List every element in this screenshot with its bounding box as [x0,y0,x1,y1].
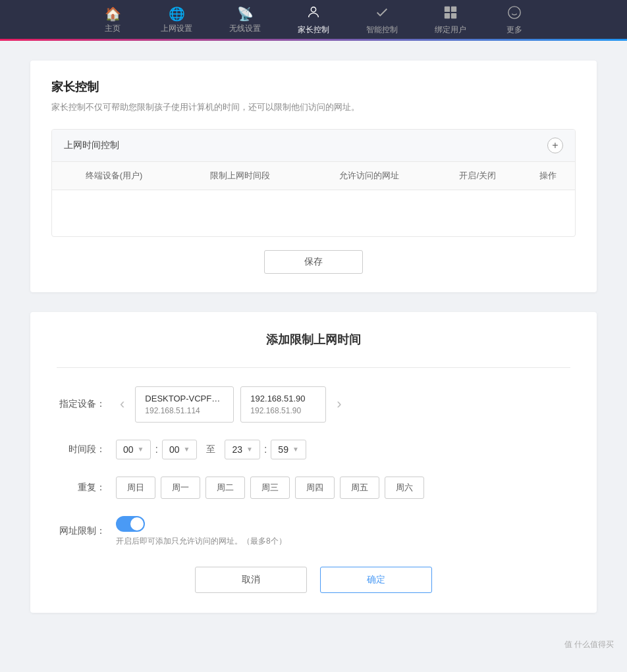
nav-wireless[interactable]: 📡 无线设置 [211,0,279,41]
svg-point-0 [311,7,315,12]
action-buttons: 取消 确定 [57,567,570,593]
watermark: 值 什么值得买 [0,633,627,657]
add-rule-button[interactable]: + [547,138,563,153]
nav-wireless-label: 无线设置 [229,23,261,34]
smart-icon [375,5,389,22]
prev-device-button[interactable]: ‹ [116,396,128,413]
url-limit-wrap: 开启后即可添加只允许访问的网址。（最多8个） [116,516,286,547]
svg-rect-2 [451,7,456,12]
col-device: 终端设备(用户) [52,162,176,190]
start-min-arrow: ▼ [184,446,190,453]
parental-control-card: 家长控制 家长控制不仅可帮助您限制孩子使用计算机的时间，还可以限制他们访问的网址… [30,61,597,292]
device-name-0: DESKTOP-VCPFS... [145,394,224,403]
start-hour-dropdown[interactable]: 00 ▼ [116,440,151,459]
time-to-label: 至 [206,444,215,455]
nav-home[interactable]: 🏠 主页 [83,0,142,41]
home-icon: 🏠 [105,7,121,20]
svg-rect-1 [445,7,450,12]
col-toggle: 开启/关闭 [434,162,522,190]
end-hour-dropdown[interactable]: 23 ▼ [225,440,259,459]
cancel-button[interactable]: 取消 [195,567,307,593]
watermark-text: 值 什么值得买 [564,640,614,649]
nav-parental[interactable]: 家长控制 [279,0,348,41]
end-min-dropdown[interactable]: 59 ▼ [271,440,306,459]
svg-rect-4 [451,13,456,18]
parental-title: 家长控制 [51,79,576,95]
device-ip-1: 192.168.51.90 [250,406,316,415]
day-tuesday[interactable]: 周二 [205,477,245,499]
url-limit-label: 网址限制： [57,525,116,537]
save-area: 保存 [51,250,576,274]
day-wednesday[interactable]: 周三 [250,477,290,499]
start-hour-value: 00 [123,444,134,455]
nav-multiuser[interactable]: 绑定用户 [416,0,485,41]
table-header-bar: 上网时间控制 + [52,130,575,162]
device-card-0[interactable]: DESKTOP-VCPFS... 192.168.51.114 [135,386,234,423]
start-hour-arrow: ▼ [138,446,144,453]
start-min-dropdown[interactable]: 00 ▼ [162,440,197,459]
repeat-label: 重复： [57,482,116,494]
nav-home-label: 主页 [105,23,121,34]
nav-smart-label: 智能控制 [366,24,398,36]
table-row [52,190,575,236]
parental-icon [306,5,321,22]
save-button[interactable]: 保存 [264,250,363,274]
svg-rect-3 [445,13,450,18]
time-label: 时间段： [57,444,116,455]
time-control-table: 终端设备(用户) 限制上网时间段 允许访问的网址 开启/关闭 操作 [52,162,575,236]
day-control: 周日 周一 周二 周三 周四 周五 周六 [116,477,570,499]
add-form-title: 添加限制上网时间 [57,332,570,348]
nav-smart[interactable]: 智能控制 [348,0,416,41]
day-buttons: 周日 周一 周二 周三 周四 周五 周六 [116,477,424,499]
wireless-icon: 📡 [237,7,254,20]
url-limit-desc: 开启后即可添加只允许访问的网址。（最多8个） [116,536,286,547]
day-monday[interactable]: 周一 [161,477,200,499]
nav-internet[interactable]: 🌐 上网设置 [142,0,211,41]
nav-more-label: 更多 [506,24,522,36]
end-min-value: 59 [278,444,288,455]
parental-desc: 家长控制不仅可帮助您限制孩子使用计算机的时间，还可以限制他们访问的网址。 [51,101,576,113]
time-control-table-wrapper: 上网时间控制 + 终端设备(用户) 限制上网时间段 允许访问的网址 开启/关闭 … [51,129,576,237]
time-control: 00 ▼ : 00 ▼ 至 23 ▼ : 59 [116,440,570,459]
internet-icon: 🌐 [169,7,185,20]
device-ip-0: 192.168.51.114 [145,406,224,415]
confirm-button[interactable]: 确定 [320,567,432,593]
url-limit-control: 开启后即可添加只允许访问的网址。（最多8个） [116,516,570,547]
nav-parental-label: 家长控制 [298,24,329,36]
device-selector: ‹ DESKTOP-VCPFS... 192.168.51.114 192.16… [116,386,570,423]
day-saturday[interactable]: 周六 [385,477,424,499]
col-action: 操作 [522,162,575,190]
time-colon-1: : [155,444,157,455]
add-form-section: 添加限制上网时间 指定设备： ‹ DESKTOP-VCPFS... 192.16… [30,312,597,613]
device-card-1[interactable]: 192.168.51.90 192.168.51.90 [240,386,326,423]
device-row: 指定设备： ‹ DESKTOP-VCPFS... 192.168.51.114 … [57,386,570,423]
main-content: 家长控制 家长控制不仅可帮助您限制孩子使用计算机的时间，还可以限制他们访问的网址… [17,41,610,633]
nav-multiuser-label: 绑定用户 [435,24,466,36]
time-row: 时间段： 00 ▼ : 00 ▼ 至 23 ▼ [57,440,570,459]
day-friday[interactable]: 周五 [340,477,379,499]
end-hour-value: 23 [232,444,242,455]
time-selector: 00 ▼ : 00 ▼ 至 23 ▼ : 59 [116,440,306,459]
multiuser-icon [443,5,458,22]
device-cards: DESKTOP-VCPFS... 192.168.51.114 192.168.… [135,386,326,423]
form-divider [57,367,570,368]
device-control: ‹ DESKTOP-VCPFS... 192.168.51.114 192.16… [116,386,570,423]
url-limit-row: 网址限制： 开启后即可添加只允许访问的网址。（最多8个） [57,516,570,547]
day-thursday[interactable]: 周四 [295,477,335,499]
repeat-row: 重复： 周日 周一 周二 周三 周四 周五 周六 [57,477,570,499]
svg-point-5 [508,7,520,18]
col-url: 允许访问的网址 [305,162,434,190]
device-label: 指定设备： [57,398,116,410]
day-sunday[interactable]: 周日 [116,477,155,499]
time-colon-2: : [264,444,267,455]
col-time: 限制上网时间段 [176,162,305,190]
nav-more[interactable]: 更多 [485,0,544,41]
start-min-value: 00 [169,444,180,455]
device-name-1: 192.168.51.90 [250,394,316,403]
more-icon [507,5,522,22]
table-title: 上网时间控制 [64,140,119,151]
url-limit-toggle[interactable] [116,516,145,532]
next-device-button[interactable]: › [333,396,345,413]
end-hour-arrow: ▼ [246,446,253,453]
top-navigation: 🏠 主页 🌐 上网设置 📡 无线设置 家长控制 智能控制 [0,0,627,41]
